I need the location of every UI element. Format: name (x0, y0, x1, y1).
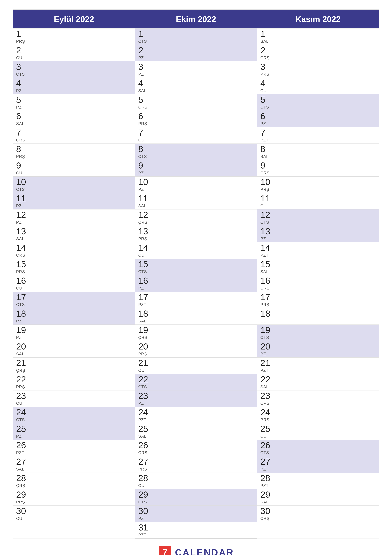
month-header-0: Eylül 2022 (13, 10, 135, 29)
day-name: PZT (16, 335, 29, 340)
day-name: PZT (16, 220, 29, 225)
day-number: 3 (138, 62, 151, 71)
day-row: 7CU (135, 127, 257, 144)
day-name: PRŞ (260, 417, 273, 422)
day-row: 17CTS (13, 292, 135, 308)
calendar-grid: Eylül 2022Ekim 2022Kasım 2022 1PRŞ2CU3CT… (13, 9, 379, 539)
day-info: 21ÇRŞ (16, 358, 29, 373)
day-name: SAL (16, 351, 29, 357)
day-name: PZ (16, 319, 29, 323)
day-number: 30 (138, 507, 151, 515)
day-number: 7 (16, 128, 29, 137)
day-row: 9CU (13, 160, 135, 176)
day-info: 25SAL (138, 424, 151, 439)
day-row: 27SAL (13, 456, 135, 473)
day-info: 11SAL (138, 194, 151, 208)
day-row: 7ÇRŞ (13, 127, 135, 144)
day-name: CTS (260, 450, 273, 455)
day-row: 1PRŞ (13, 29, 135, 45)
day-number: 2 (16, 46, 29, 55)
svg-text:7: 7 (163, 548, 167, 555)
day-info: 1CTS (138, 29, 151, 44)
day-name: SAL (138, 319, 151, 323)
day-name: PZ (16, 204, 29, 208)
day-row: 12CTS (257, 210, 379, 226)
day-row: 25PZ (13, 423, 135, 440)
day-name: ÇRŞ (260, 171, 273, 175)
day-row: 4SAL (135, 78, 257, 94)
day-number: 12 (260, 210, 273, 219)
day-row: 29CTS (135, 489, 257, 506)
day-number: 11 (260, 194, 273, 203)
day-info: 6PRŞ (138, 112, 151, 126)
day-name: PZ (16, 88, 29, 93)
day-name: PZT (16, 450, 29, 455)
day-info: 11CU (260, 194, 273, 208)
day-info: 19PZT (16, 326, 29, 340)
day-info: 10PRŞ (260, 177, 273, 192)
day-number: 25 (260, 424, 273, 433)
day-row: 29SAL (257, 489, 379, 506)
day-name: ÇRŞ (16, 253, 29, 258)
day-row: 23CU (13, 390, 135, 407)
day-name: SAL (260, 384, 273, 389)
day-number: 3 (260, 62, 273, 71)
day-name: ÇRŞ (138, 450, 151, 455)
day-name: CTS (16, 302, 29, 307)
day-row: 12ÇRŞ (135, 210, 257, 226)
day-name: ÇRŞ (260, 516, 273, 521)
day-name: CU (138, 138, 151, 143)
day-number: 6 (16, 112, 29, 121)
day-number: 4 (260, 79, 273, 88)
day-row: 22SAL (257, 374, 379, 390)
day-info: 2CU (16, 46, 29, 60)
day-row: 16CU (13, 275, 135, 292)
day-info: 7ÇRŞ (16, 128, 29, 143)
day-info: 22SAL (260, 375, 273, 389)
day-info: 29SAL (260, 490, 273, 504)
day-info: 24CTS (16, 408, 29, 422)
day-number: 9 (138, 161, 151, 170)
day-number: 30 (16, 507, 29, 515)
day-name: PRŞ (16, 154, 29, 159)
day-number: 29 (16, 490, 29, 499)
day-row: 3PRŞ (257, 61, 379, 78)
day-name: CU (16, 516, 29, 521)
day-number: 5 (260, 95, 273, 104)
day-info: 4PZ (16, 79, 29, 93)
day-row: 6PRŞ (135, 111, 257, 127)
day-info: 3CTS (16, 62, 29, 77)
day-info: 30PZ (138, 507, 151, 521)
day-info: 27SAL (16, 457, 29, 472)
day-row: 2PZ (135, 45, 257, 61)
day-row: 31PZT (135, 522, 257, 539)
day-info: 25CU (260, 424, 273, 439)
day-name: PRŞ (16, 500, 29, 504)
day-info: 26CTS (260, 441, 273, 455)
day-number: 5 (16, 95, 29, 104)
day-name: PZ (138, 55, 151, 60)
day-number: 12 (16, 210, 29, 219)
day-number: 28 (260, 474, 273, 482)
day-name: PZT (138, 187, 151, 192)
day-number: 26 (16, 441, 29, 450)
day-number: 15 (138, 260, 151, 269)
day-info: 28PZT (260, 474, 273, 488)
day-info: 12PZT (16, 210, 29, 225)
day-row: 25CU (257, 423, 379, 440)
day-number: 27 (260, 457, 273, 466)
day-name: SAL (16, 121, 29, 126)
day-row: 5CTS (257, 94, 379, 111)
day-row: 11SAL (135, 193, 257, 210)
day-row: 21CU (135, 358, 257, 374)
day-number: 18 (260, 309, 273, 318)
day-number: 22 (260, 375, 273, 384)
day-number: 8 (16, 145, 29, 153)
day-number: 23 (260, 391, 273, 400)
day-number: 1 (16, 29, 29, 38)
day-info: 24PZT (138, 408, 151, 422)
day-row: 10CTS (13, 176, 135, 193)
day-number: 2 (260, 46, 273, 55)
day-row: 1SAL (257, 29, 379, 45)
day-row: 14PZT (257, 242, 379, 259)
